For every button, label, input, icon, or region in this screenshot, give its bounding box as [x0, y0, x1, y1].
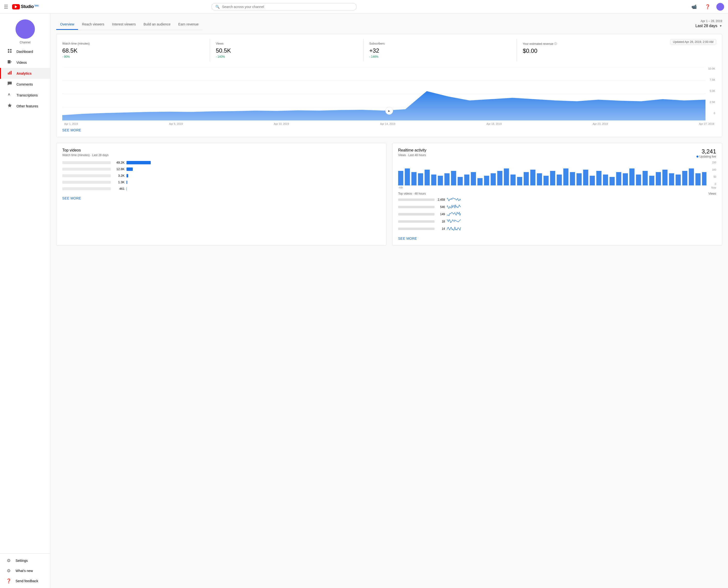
- chart-play-button[interactable]: ▶: [385, 107, 393, 114]
- realtime-bar-chart: 150 100 50 0: [398, 161, 716, 185]
- chart-x-labels: Apr 1, 2019 Apr 5, 2019 Apr 10, 2019 Apr…: [62, 122, 716, 125]
- video-thumbnail-placeholder: [62, 187, 111, 190]
- rt-y-100: 100: [712, 168, 716, 171]
- sidebar-item-settings[interactable]: ⚙ Settings: [0, 555, 50, 566]
- comments-icon: [7, 81, 13, 87]
- realtime-see-more[interactable]: SEE MORE: [398, 236, 417, 240]
- channel-avatar[interactable]: [16, 19, 35, 39]
- video-bar: [127, 167, 133, 171]
- stat-views: Views 50.5K ↑ 140%: [216, 39, 363, 61]
- svg-rect-3: [10, 51, 12, 53]
- svg-rect-20: [425, 170, 430, 185]
- stat-value-watch-time: 68.5K: [62, 47, 204, 54]
- realtime-card: Realtime activity Views · Last 48 hours …: [392, 143, 722, 246]
- stat-label-watch-time: Watch time (minutes): [62, 42, 204, 45]
- svg-rect-55: [656, 172, 661, 185]
- sidebar-item-dashboard[interactable]: Dashboard: [0, 46, 50, 57]
- analytics-icon: [7, 70, 13, 76]
- transcriptions-icon: A: [7, 92, 13, 98]
- rt-view-count: 546: [436, 205, 445, 209]
- svg-rect-62: [702, 172, 706, 185]
- svg-rect-8: [10, 71, 12, 75]
- top-videos-title: Top videos: [62, 148, 380, 152]
- top-videos-subtitle: Watch time (minutes) · Last 28 days: [62, 153, 380, 157]
- sidebar-label-dashboard: Dashboard: [17, 50, 33, 54]
- channel-label: Channel: [0, 41, 50, 44]
- svg-rect-58: [676, 174, 681, 185]
- menu-button[interactable]: ☰: [4, 4, 8, 10]
- sidebar-item-videos[interactable]: Videos: [0, 57, 50, 68]
- rt-y-0: 0: [715, 183, 716, 185]
- svg-rect-24: [451, 171, 456, 185]
- video-bar-container: 49.2K: [114, 161, 151, 164]
- x-label-apr10: Apr 10, 2019: [274, 122, 289, 125]
- x-label-apr27: Apr 27, 2019: [699, 122, 714, 125]
- top-video-row: 12.8K: [62, 167, 380, 171]
- sidebar-label-comments: Comments: [17, 82, 33, 86]
- sidebar-item-whats-new[interactable]: ⚙ What's new: [0, 566, 50, 576]
- svg-text:A: A: [8, 92, 10, 96]
- tab-build-audience[interactable]: Build an audience: [140, 19, 174, 30]
- video-thumbnail-placeholder: [62, 181, 111, 184]
- rt-y-50: 50: [713, 175, 716, 178]
- sidebar-item-other-features[interactable]: Other features: [0, 101, 50, 111]
- stat-value-subscribers: +32: [369, 47, 511, 54]
- svg-rect-36: [530, 170, 535, 185]
- svg-rect-21: [431, 174, 436, 185]
- svg-rect-54: [649, 176, 654, 185]
- svg-rect-7: [9, 72, 10, 75]
- settings-icon: ⚙: [6, 558, 12, 563]
- tab-reach-viewers[interactable]: Reach viewers: [78, 19, 108, 30]
- realtime-header: Realtime activity Views · Last 48 hours …: [398, 148, 716, 158]
- top-videos-see-more[interactable]: SEE MORE: [62, 196, 81, 200]
- sidebar-item-send-feedback[interactable]: ❓ Send feedback: [0, 576, 50, 586]
- y-label-0: 0: [714, 112, 715, 114]
- svg-marker-10: [8, 104, 12, 107]
- video-thumbnail-placeholder: [62, 174, 111, 177]
- tab-overview[interactable]: Overview: [56, 19, 78, 30]
- user-avatar[interactable]: [716, 3, 724, 10]
- sidebar-item-transcriptions[interactable]: A Transcriptions: [0, 90, 50, 101]
- date-range-selector[interactable]: Apr 1 – 28, 2019 Last 28 days ▼: [695, 19, 722, 28]
- realtime-video-row: 546: [398, 205, 716, 209]
- revenue-info-icon[interactable]: ⓘ: [554, 42, 557, 46]
- search-bar[interactable]: 🔍: [211, 3, 357, 10]
- sidebar-item-comments[interactable]: Comments: [0, 79, 50, 90]
- create-video-button[interactable]: 📹: [689, 2, 699, 12]
- rt-view-count: 14: [436, 227, 445, 231]
- realtime-video-row: 2,459: [398, 197, 716, 202]
- rt-video-thumbnail: [398, 213, 434, 215]
- search-input[interactable]: [222, 5, 352, 9]
- analytics-tabs: Overview Reach viewers Interest viewers …: [56, 19, 202, 30]
- svg-rect-57: [669, 173, 674, 185]
- svg-rect-22: [438, 176, 443, 185]
- tab-interest-viewers[interactable]: Interest viewers: [108, 19, 140, 30]
- svg-rect-60: [689, 168, 694, 185]
- stat-value-views: 50.5K: [216, 47, 357, 54]
- svg-rect-34: [517, 177, 522, 185]
- realtime-bars-svg: [398, 161, 706, 185]
- svg-rect-52: [636, 174, 641, 185]
- y-label-75k: 7.5K: [710, 78, 715, 81]
- video-view-count: 49.2K: [114, 161, 125, 164]
- date-dropdown-arrow: ▼: [719, 24, 722, 28]
- y-label-10k: 10.0K: [708, 67, 715, 70]
- stat-label-subscribers: Subscribers: [369, 42, 511, 45]
- tab-earn-revenue[interactable]: Earn revenue: [174, 19, 202, 30]
- svg-rect-37: [537, 173, 542, 185]
- svg-rect-48: [609, 177, 615, 185]
- top-navigation: ☰ Studiobeta 🔍 📹 ❓: [0, 0, 728, 14]
- video-bar-wrap: [127, 174, 151, 177]
- sidebar-label-whats-new: What's new: [16, 569, 33, 573]
- x-label-apr14: Apr 14, 2019: [380, 122, 395, 125]
- help-button[interactable]: ❓: [703, 2, 712, 12]
- x-label-apr23: Apr 23, 2019: [593, 122, 608, 125]
- see-more-button[interactable]: SEE MORE: [62, 128, 81, 132]
- svg-rect-19: [418, 173, 423, 185]
- sidebar-item-analytics[interactable]: Analytics: [0, 68, 50, 79]
- sidebar-label-settings: Settings: [16, 559, 28, 563]
- rt-video-thumbnail: [398, 228, 434, 230]
- bottom-row: Top videos Watch time (minutes) · Last 2…: [56, 143, 722, 246]
- rt-sparkline: [447, 212, 462, 217]
- svg-marker-5: [11, 61, 12, 63]
